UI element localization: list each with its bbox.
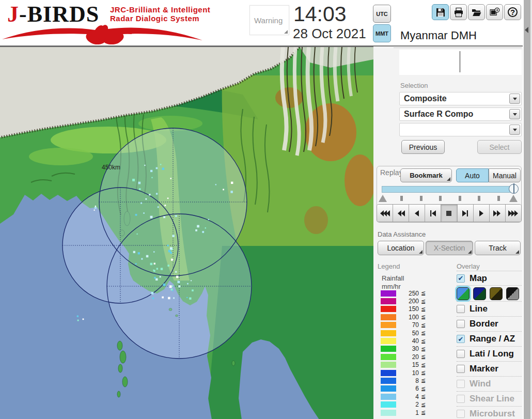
overlay-item-marker[interactable]: ✔ Marker xyxy=(457,362,522,377)
add-image-button[interactable] xyxy=(486,4,503,20)
play-button[interactable] xyxy=(474,205,490,222)
legend-unit-symbol: ≦ xyxy=(421,401,426,408)
location-button[interactable]: Location xyxy=(378,241,424,255)
warning-panel[interactable]: Warning xyxy=(249,5,289,35)
replay-slider-handle[interactable] xyxy=(509,184,519,194)
map-style-swatch-2[interactable] xyxy=(473,287,486,300)
legend-unit-symbol: ≦ xyxy=(421,298,426,305)
menu-corner-icon xyxy=(468,250,472,254)
step-last-button[interactable] xyxy=(458,205,474,222)
previous-button[interactable]: Previous xyxy=(401,140,445,154)
save-button[interactable] xyxy=(432,4,449,20)
overlay-item-label: Wind xyxy=(470,379,491,389)
auto-button[interactable]: Auto xyxy=(456,168,489,182)
product-select[interactable]: Surface R Compo xyxy=(399,107,522,121)
product-select-value: Surface R Compo xyxy=(404,110,473,119)
manual-button[interactable]: Manual xyxy=(489,168,521,182)
legend-value: 2 xyxy=(396,401,419,408)
forward-button[interactable] xyxy=(490,205,506,222)
option-select[interactable] xyxy=(399,123,522,136)
dropdown-button[interactable] xyxy=(509,125,520,135)
overlay-label: Overlay xyxy=(457,262,480,270)
legend-row: 1≦ xyxy=(381,409,437,416)
slider-end-marker[interactable] xyxy=(509,195,518,202)
legend-value: 4 xyxy=(396,393,419,400)
overlay-item-border[interactable]: ✔ Border xyxy=(457,317,522,332)
panel-collapse-strip[interactable] xyxy=(523,0,530,419)
select-button[interactable]: Select xyxy=(477,140,522,154)
range-az-checkbox[interactable]: ✔ xyxy=(457,335,465,343)
legend-row: 4≦ xyxy=(381,393,437,400)
forward-fast-button[interactable] xyxy=(506,205,521,222)
marker-checkbox[interactable]: ✔ xyxy=(457,365,465,373)
legend-color-swatch xyxy=(381,385,396,392)
legend-value: 40 xyxy=(396,337,419,345)
overlay-item-range-az[interactable]: ✔ Range / AZ xyxy=(457,332,522,347)
tagline-line1: JRC-Brilliant & Intelligent xyxy=(110,5,210,14)
overlay-item-label: Shear Line xyxy=(470,394,514,404)
legend-color-swatch xyxy=(381,314,396,320)
map-style-swatch-1[interactable] xyxy=(457,287,470,300)
legend-color-swatch xyxy=(381,306,396,312)
overlay-item-microburst: ✔ Microburst xyxy=(457,407,522,419)
legend-title-line1: Rainfall xyxy=(382,274,404,283)
slider-tick xyxy=(420,196,423,201)
shear-line-checkbox: ✔ xyxy=(457,395,465,403)
legend-color-swatch xyxy=(381,401,396,408)
station-name: Myanmar DMH xyxy=(400,29,477,42)
composite-select[interactable]: Composite xyxy=(399,92,522,105)
overlay-item-label: Range / AZ xyxy=(470,334,515,344)
legend-color-swatch xyxy=(381,298,396,304)
clock-time: 14:03 xyxy=(293,2,347,26)
slider-tick xyxy=(459,196,461,201)
legend-value: 150 xyxy=(396,305,419,313)
composite-select-value: Composite xyxy=(404,94,447,103)
rewind-fast-button[interactable] xyxy=(377,205,393,222)
legend-unit-symbol: ≦ xyxy=(421,346,426,352)
bookmark-button[interactable]: Bookmark xyxy=(400,168,452,182)
slider-start-marker[interactable] xyxy=(379,195,387,202)
overlay-item-label: Lati / Long xyxy=(470,349,514,359)
map-style-swatch-3[interactable] xyxy=(490,287,503,300)
legend-title: Rainfall mm/hr xyxy=(382,274,404,291)
info-divider xyxy=(460,51,460,72)
resize-handle-icon[interactable] xyxy=(284,30,288,34)
track-button[interactable]: Track xyxy=(475,241,521,255)
menu-corner-icon xyxy=(515,250,519,254)
help-button[interactable]: ? xyxy=(504,4,521,20)
map-checkbox[interactable]: ✔ xyxy=(457,274,465,283)
reverse-play-button[interactable] xyxy=(409,205,425,222)
mmt-button[interactable]: MMT xyxy=(373,24,391,42)
radar-map[interactable]: 450km xyxy=(0,46,373,419)
lati-long-checkbox[interactable]: ✔ xyxy=(457,350,465,358)
overlay-item-line[interactable]: ✔ Line xyxy=(457,302,522,317)
border-checkbox[interactable]: ✔ xyxy=(457,320,465,328)
play-icon xyxy=(479,210,484,216)
xsection-button[interactable]: X-Section xyxy=(426,241,473,255)
line-checkbox[interactable]: ✔ xyxy=(457,305,465,313)
legend-value: 8 xyxy=(396,377,419,384)
map-style-row xyxy=(457,286,522,302)
slider-tick xyxy=(478,196,480,201)
open-file-button[interactable] xyxy=(468,4,485,20)
legend-row: 15≦ xyxy=(381,361,437,369)
chevron-down-icon xyxy=(513,129,517,131)
legend-value: 250 xyxy=(396,290,419,297)
overlay-item-lati-long[interactable]: ✔ Lati / Long xyxy=(457,347,522,362)
print-button[interactable] xyxy=(450,4,467,20)
step-first-button[interactable] xyxy=(425,205,441,222)
dropdown-button[interactable] xyxy=(509,109,520,119)
overlay-item-map[interactable]: ✔ Map xyxy=(457,271,522,286)
help-icon: ? xyxy=(508,7,518,17)
rewind-button[interactable] xyxy=(393,205,409,222)
dropdown-button[interactable] xyxy=(509,94,520,104)
replay-slider-track[interactable] xyxy=(382,186,517,193)
forward-icon xyxy=(493,210,501,216)
legend-row: 20≦ xyxy=(381,353,437,361)
overlay-item-label: Line xyxy=(470,304,488,314)
utc-button[interactable]: UTC xyxy=(373,5,391,23)
collapse-arrow-icon[interactable] xyxy=(525,27,528,33)
stop-button[interactable] xyxy=(441,205,457,222)
legend-unit-symbol: ≦ xyxy=(421,290,426,297)
map-style-swatch-4[interactable] xyxy=(506,287,519,300)
